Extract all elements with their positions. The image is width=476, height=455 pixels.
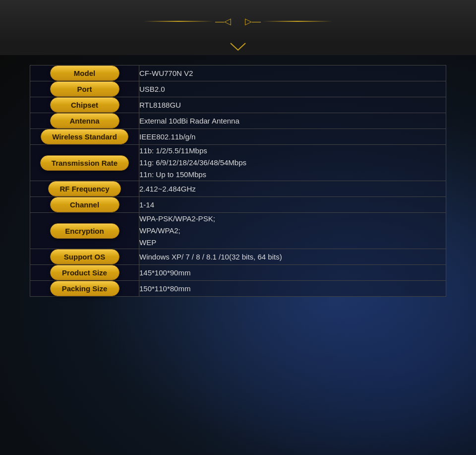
table-row: Transmission Rate11b: 1/2/5.5/11Mbps11g:… xyxy=(30,145,446,181)
table-row: AntennaExternal 10dBi Radar Antenna xyxy=(30,113,446,129)
table-row: ModelCF-WU770N V2 xyxy=(30,65,446,81)
value-cell: 11b: 1/2/5.5/11Mbps11g: 6/9/12/18/24/36/… xyxy=(139,145,446,181)
value-cell: Windows XP/ 7 / 8 / 8.1 /10(32 bits, 64 … xyxy=(139,249,446,265)
label-cell: RF Frequency xyxy=(30,181,139,197)
value-cell: IEEE802.11b/g/n xyxy=(139,129,446,145)
label-badge: RF Frequency xyxy=(48,181,120,196)
value-cell: 145*100*90mm xyxy=(139,265,446,281)
label-cell: Wireless Standard xyxy=(30,129,139,145)
chevron-container xyxy=(0,42,476,55)
label-cell: Chipset xyxy=(30,97,139,113)
label-badge: Product Size xyxy=(50,265,119,280)
value-cell: USB2.0 xyxy=(139,81,446,97)
label-badge: Support OS xyxy=(50,249,119,264)
value-cell: 150*110*80mm xyxy=(139,281,446,297)
title-wrapper: —◁ ▷— xyxy=(215,16,261,27)
label-cell: Transmission Rate xyxy=(30,145,139,181)
label-cell: Product Size xyxy=(30,265,139,281)
label-cell: Support OS xyxy=(30,249,139,265)
label-cell: Model xyxy=(30,65,139,81)
value-text: WPA/WPA2; xyxy=(139,226,180,235)
value-text: 11b: 1/2/5.5/11Mbps xyxy=(139,146,207,155)
label-badge: Model xyxy=(50,65,119,81)
label-badge: Channel xyxy=(50,197,119,212)
label-badge: Packing Size xyxy=(50,281,119,296)
table-row: Product Size145*100*90mm xyxy=(30,265,446,281)
label-cell: Packing Size xyxy=(30,281,139,297)
table-row: EncryptionWPA-PSK/WPA2-PSK;WPA/WPA2;WEP xyxy=(30,213,446,249)
label-cell: Antenna xyxy=(30,113,139,129)
label-badge: Wireless Standard xyxy=(41,129,128,144)
value-text: WEP xyxy=(139,238,156,247)
value-cell: 2.412~2.484GHz xyxy=(139,181,446,197)
label-badge: Transmission Rate xyxy=(40,155,129,171)
value-cell: RTL8188GU xyxy=(139,97,446,113)
label-badge: Antenna xyxy=(50,113,119,129)
label-cell: Port xyxy=(30,81,139,97)
table-row: PortUSB2.0 xyxy=(30,81,446,97)
right-decoration-icon: ▷— xyxy=(245,16,261,27)
value-cell: External 10dBi Radar Antenna xyxy=(139,113,446,129)
left-decoration-icon: —◁ xyxy=(215,16,231,27)
value-cell: WPA-PSK/WPA2-PSK;WPA/WPA2;WEP xyxy=(139,213,446,249)
value-cell: 1-14 xyxy=(139,197,446,213)
label-cell: Channel xyxy=(30,197,139,213)
label-cell: Encryption xyxy=(30,213,139,249)
label-badge: Chipset xyxy=(50,97,119,113)
main-content: ModelCF-WU770N V2PortUSB2.0ChipsetRTL818… xyxy=(0,55,476,455)
label-badge: Port xyxy=(50,81,119,97)
label-badge: Encryption xyxy=(50,223,119,239)
chevron-icon xyxy=(228,42,248,52)
page-header: —◁ ▷— xyxy=(0,0,476,42)
spec-table: ModelCF-WU770N V2PortUSB2.0ChipsetRTL818… xyxy=(30,65,446,297)
table-row: RF Frequency2.412~2.484GHz xyxy=(30,181,446,197)
table-row: ChipsetRTL8188GU xyxy=(30,97,446,113)
value-text: 11g: 6/9/12/18/24/36/48/54Mbps xyxy=(139,158,246,167)
table-row: Packing Size150*110*80mm xyxy=(30,281,446,297)
value-cell: CF-WU770N V2 xyxy=(139,65,446,81)
value-text: WPA-PSK/WPA2-PSK; xyxy=(139,214,215,223)
table-row: Channel1-14 xyxy=(30,197,446,213)
table-row: Wireless StandardIEEE802.11b/g/n xyxy=(30,129,446,145)
value-text: 11n: Up to 150Mbps xyxy=(139,170,206,179)
table-row: Support OSWindows XP/ 7 / 8 / 8.1 /10(32… xyxy=(30,249,446,265)
